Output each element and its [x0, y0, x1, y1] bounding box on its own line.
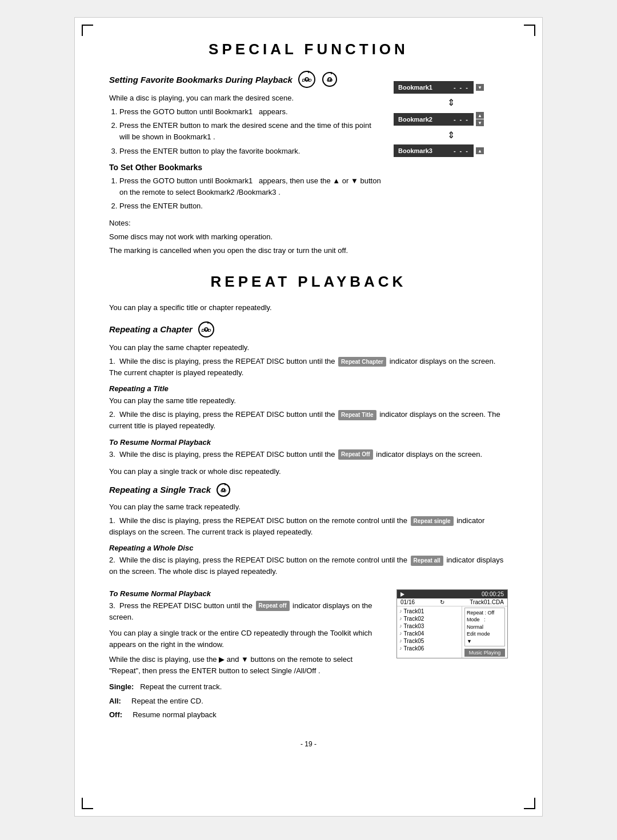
- single-track-cd-icon: CD: [215, 482, 231, 498]
- other-bookmark-step-2: Press the ENTER button.: [119, 200, 382, 212]
- bookmark2-row: Bookmark2 - - - ▲ ▼: [394, 112, 508, 126]
- toolkit-time: 00:00:25: [482, 591, 504, 597]
- track-position: 01/16: [400, 599, 415, 605]
- toolkit-right-info: Repeat : Off Mode : Normal Edit mode ▼ M…: [462, 606, 507, 658]
- single-track-step-1: 1. While the disc is playing, press the …: [109, 515, 508, 538]
- off-option: Off: Resume normal playback: [109, 709, 385, 721]
- toolkit-header: 00:00:25: [397, 590, 507, 598]
- repeat-intro: You can play a specific title or chapter…: [109, 302, 508, 314]
- bookmark3-up-arrow[interactable]: ▲: [476, 147, 484, 154]
- corner-mark-tr: [524, 25, 535, 36]
- resume-normal-2-heading: To Resume Normal Playback: [109, 589, 385, 598]
- toolkit-track-list: ♪ Track01 ♪ Track02 ♪ Track03 ♪: [397, 606, 507, 658]
- repeat-off-badge-2: Repeat off: [256, 601, 290, 611]
- track5-label: Track05: [404, 638, 424, 644]
- toolkit-track-pos: 01/16 ↻ Track01.CDA: [397, 598, 507, 606]
- svg-text:DVD: DVD: [302, 78, 311, 83]
- repeating-whole-disc-heading: Repeating a Whole Disc: [109, 544, 508, 552]
- track-item-5: ♪ Track05: [399, 637, 459, 645]
- toolkit-text-1: You can play a single track or the entir…: [109, 628, 385, 650]
- track-cda: Track01.CDA: [470, 599, 504, 605]
- bookmark3-label: Bookmark3: [398, 147, 432, 154]
- chapter-intro: You can play the same chapter repeatedly…: [109, 342, 508, 353]
- track-item-3: ♪ Track03: [399, 622, 459, 630]
- toolkit-text-2: While the disc is playing, use the ▶ and…: [109, 654, 385, 677]
- resume-normal-2-col: To Resume Normal Playback 3. Press the R…: [109, 584, 385, 723]
- track-item-1: ♪ Track01: [399, 608, 459, 615]
- title-step-2: 2. While the disc is playing, press the …: [109, 409, 508, 432]
- resume-normal-2-step: 3. Press the REPEAT DISC button until th…: [109, 600, 385, 623]
- dvd-icon: DVD: [297, 70, 316, 89]
- note-1: Some discs may not work with marking ope…: [109, 231, 382, 243]
- track-item-2: ♪ Track02: [399, 615, 459, 622]
- track-item-6: ♪ Track06: [399, 645, 459, 652]
- notes-label: Notes:: [109, 218, 382, 229]
- resume-normal-1-heading: To Resume Normal Playback: [109, 438, 508, 447]
- svg-text:DVD: DVD: [201, 328, 211, 333]
- other-bookmark-steps: Press the GOTO button until Bookmark1 ap…: [109, 175, 382, 212]
- repeat-all-badge: Repeat all: [411, 556, 443, 566]
- notes-block: Notes: Some discs may not work with mark…: [109, 218, 382, 256]
- corner-mark-br: [524, 798, 535, 809]
- track-item-4: ♪ Track04: [399, 630, 459, 637]
- bookmark-intro: While a disc is playing, you can mark th…: [109, 93, 382, 104]
- music-playing-badge: Music Playing: [464, 649, 505, 657]
- bookmark2-up-arrow[interactable]: ▲: [476, 112, 484, 119]
- bookmark1-row: Bookmark1 - - - ▼: [394, 81, 508, 94]
- svg-text:CD: CD: [327, 78, 332, 82]
- bookmark2-dots: - - -: [454, 116, 469, 123]
- track1-label: Track01: [404, 608, 424, 614]
- mode-status: Mode : Normal: [467, 616, 503, 630]
- play-indicator: [400, 591, 404, 597]
- single-disc-intro: You can play a single track or whole dis…: [109, 466, 508, 477]
- repeat-playback-title: REPEAT PLAYBACK: [109, 273, 508, 291]
- bookmark-steps: Press the GOTO button until Bookmark1 ap…: [109, 106, 382, 157]
- single-all-off-list: Single: Repeat the current track. All: R…: [109, 681, 385, 720]
- track2-label: Track02: [404, 616, 424, 622]
- edit-mode: Edit mode: [467, 630, 503, 638]
- bookmark2-label: Bookmark2: [398, 116, 432, 123]
- repeat-icon: ↻: [440, 599, 444, 605]
- title-intro: You can play the same title repeatedly.: [109, 395, 508, 407]
- repeating-title-heading: Repeating a Title: [109, 384, 508, 393]
- bookmark2-box: Bookmark2 - - -: [394, 113, 474, 126]
- bookmark2-down-arrow[interactable]: ▼: [476, 119, 484, 126]
- bookmark3-dots: - - -: [454, 147, 469, 154]
- toolkit-arrow: ▼: [467, 638, 503, 645]
- track-col: ♪ Track01 ♪ Track02 ♪ Track03 ♪: [397, 606, 462, 658]
- corner-mark-bl: [82, 798, 93, 809]
- resume-normal-1-step: 3. While the disc is playing, press the …: [109, 449, 508, 460]
- bookmark3-row: Bookmark3 - - - ▲: [394, 144, 508, 157]
- bookmark-step-3: Press the ENTER button to play the favor…: [119, 146, 382, 157]
- track6-label: Track06: [404, 645, 424, 652]
- bookmark3-box: Bookmark3 - - -: [394, 144, 474, 157]
- repeat-title-badge: Repeat Title: [338, 410, 376, 420]
- all-option: All: Repeat the entire CD.: [109, 696, 385, 707]
- bookmark2-down-indicator: ⇕: [394, 131, 508, 140]
- special-function-title: SPECIAL FUNCTION: [109, 41, 508, 58]
- bookmark1-down-arrow[interactable]: ▼: [476, 84, 484, 91]
- track4-label: Track04: [404, 630, 424, 637]
- bookmark1-dots: - - -: [454, 84, 469, 91]
- whole-disc-step-2: 2. While the disc is playing, press the …: [109, 554, 508, 577]
- other-bookmark-step-1: Press the GOTO button until Bookmark1 ap…: [119, 175, 382, 198]
- repeat-chapter-badge: Repeat Chapter: [338, 357, 386, 367]
- note-2: The marking is cancelled when you open t…: [109, 245, 382, 256]
- bookmark-heading: Setting Favorite Bookmarks During Playba…: [109, 70, 382, 89]
- page-number: - 19 -: [109, 740, 508, 748]
- bookmark-step-1: Press the GOTO button until Bookmark1 ap…: [119, 106, 382, 118]
- single-track-intro: You can play the same track repeatedly.: [109, 501, 508, 513]
- bookmark1-down-indicator: ⇕: [394, 98, 508, 107]
- single-option: Single: Repeat the current track.: [109, 681, 385, 693]
- bookmark1-label: Bookmark1: [398, 84, 432, 91]
- toolkit-info-box: Repeat : Off Mode : Normal Edit mode ▼: [464, 608, 505, 647]
- repeating-single-track-heading: Repeating a Single Track CD: [109, 482, 508, 498]
- chapter-step-1: 1. While the disc is playing, press the …: [109, 356, 508, 379]
- svg-text:CD: CD: [221, 489, 226, 493]
- repeat-single-badge: Repeat single: [411, 516, 454, 526]
- bookmark1-box: Bookmark1 - - -: [394, 81, 474, 94]
- cd-toolkit-ui: 00:00:25 01/16 ↻ Track01.CDA ♪ Track01 ♪: [396, 589, 508, 659]
- track3-label: Track03: [404, 623, 424, 629]
- other-bookmarks-heading: To Set Other Bookmarks: [109, 163, 382, 172]
- repeat-off-badge: Repeat Off: [338, 449, 373, 460]
